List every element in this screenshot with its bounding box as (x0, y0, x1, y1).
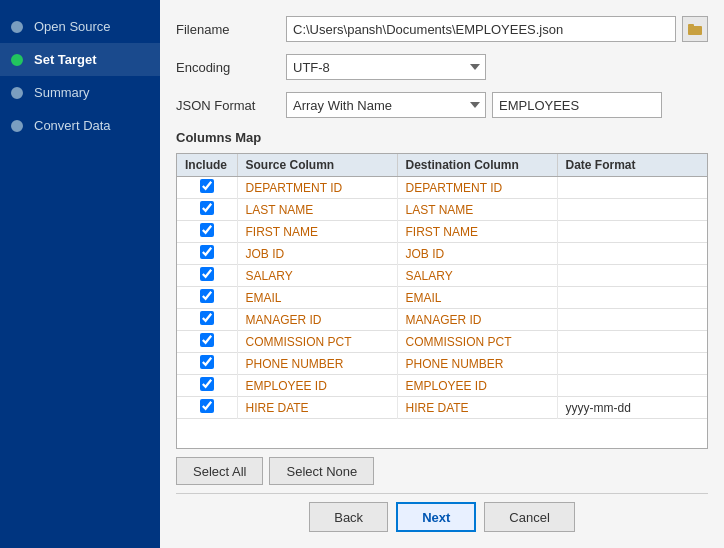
table-row: PHONE NUMBERPHONE NUMBER (177, 353, 707, 375)
include-checkbox-3[interactable] (200, 245, 214, 259)
select-none-button[interactable]: Select None (269, 457, 374, 485)
json-format-label: JSON Format (176, 98, 286, 113)
include-checkbox-8[interactable] (200, 355, 214, 369)
json-format-select[interactable]: Array With Name Array Object (286, 92, 486, 118)
sidebar-label-convert-data: Convert Data (34, 118, 111, 133)
table-row: JOB IDJOB ID (177, 243, 707, 265)
source-col-4: SALARY (237, 265, 397, 287)
back-button[interactable]: Back (309, 502, 388, 532)
include-checkbox-5[interactable] (200, 289, 214, 303)
sidebar-item-open-source[interactable]: Open Source (0, 10, 160, 43)
columns-map-table-wrapper: Include Source Column Destination Column… (176, 153, 708, 449)
date-format-col-5 (557, 287, 707, 309)
date-format-col-4 (557, 265, 707, 287)
date-format-col-6 (557, 309, 707, 331)
step-connector-set-target (8, 54, 26, 66)
filename-control-group (286, 16, 708, 42)
json-format-row: JSON Format Array With Name Array Object (176, 92, 708, 118)
source-col-1: LAST NAME (237, 199, 397, 221)
dest-col-2: FIRST NAME (397, 221, 557, 243)
source-col-6: MANAGER ID (237, 309, 397, 331)
next-button[interactable]: Next (396, 502, 476, 532)
date-format-col-0 (557, 177, 707, 199)
date-format-col-3 (557, 243, 707, 265)
table-row: LAST NAMELAST NAME (177, 199, 707, 221)
table-row: FIRST NAMEFIRST NAME (177, 221, 707, 243)
nav-buttons-row: Back Next Cancel (176, 493, 708, 532)
dest-col-10: HIRE DATE (397, 397, 557, 419)
col-header-include: Include (177, 154, 237, 177)
dest-col-5: EMAIL (397, 287, 557, 309)
sidebar-label-open-source: Open Source (34, 19, 111, 34)
table-row: HIRE DATEHIRE DATEyyyy-mm-dd (177, 397, 707, 419)
svg-rect-1 (688, 24, 694, 27)
sidebar-label-set-target: Set Target (34, 52, 97, 67)
include-checkbox-0[interactable] (200, 179, 214, 193)
date-format-col-2 (557, 221, 707, 243)
source-col-0: DEPARTMENT ID (237, 177, 397, 199)
include-checkbox-2[interactable] (200, 223, 214, 237)
filename-input[interactable] (286, 16, 676, 42)
encoding-row: Encoding UTF-8 UTF-16 ISO-8859-1 (176, 54, 708, 80)
sidebar-item-convert-data[interactable]: Convert Data (0, 109, 160, 142)
table-body: DEPARTMENT IDDEPARTMENT IDLAST NAMELAST … (177, 177, 707, 419)
table-row: MANAGER IDMANAGER ID (177, 309, 707, 331)
source-col-9: EMPLOYEE ID (237, 375, 397, 397)
step-dot-summary (11, 87, 23, 99)
step-connector-summary (8, 87, 26, 99)
date-format-col-9 (557, 375, 707, 397)
table-row: DEPARTMENT IDDEPARTMENT ID (177, 177, 707, 199)
step-connector-convert-data (8, 120, 26, 132)
date-format-col-8 (557, 353, 707, 375)
date-format-col-1 (557, 199, 707, 221)
sidebar-item-summary[interactable]: Summary (0, 76, 160, 109)
filename-label: Filename (176, 22, 286, 37)
table-row: EMPLOYEE IDEMPLOYEE ID (177, 375, 707, 397)
source-col-3: JOB ID (237, 243, 397, 265)
col-header-date: Date Format (557, 154, 707, 177)
include-checkbox-9[interactable] (200, 377, 214, 391)
source-col-7: COMMISSION PCT (237, 331, 397, 353)
folder-icon (688, 23, 702, 35)
include-checkbox-6[interactable] (200, 311, 214, 325)
columns-map-table: Include Source Column Destination Column… (177, 154, 707, 419)
step-dot-convert-data (11, 120, 23, 132)
dest-col-3: JOB ID (397, 243, 557, 265)
dest-col-8: PHONE NUMBER (397, 353, 557, 375)
select-buttons-row: Select All Select None (176, 457, 708, 485)
dest-col-0: DEPARTMENT ID (397, 177, 557, 199)
encoding-label: Encoding (176, 60, 286, 75)
include-checkbox-1[interactable] (200, 201, 214, 215)
table-row: SALARYSALARY (177, 265, 707, 287)
date-format-col-10: yyyy-mm-dd (557, 397, 707, 419)
include-checkbox-7[interactable] (200, 333, 214, 347)
filename-row: Filename (176, 16, 708, 42)
table-header-row: Include Source Column Destination Column… (177, 154, 707, 177)
cancel-button[interactable]: Cancel (484, 502, 574, 532)
step-dot-set-target (11, 54, 23, 66)
include-checkbox-4[interactable] (200, 267, 214, 281)
dest-col-1: LAST NAME (397, 199, 557, 221)
source-col-2: FIRST NAME (237, 221, 397, 243)
dest-col-7: COMMISSION PCT (397, 331, 557, 353)
svg-rect-0 (688, 26, 702, 35)
dest-col-4: SALARY (397, 265, 557, 287)
source-col-10: HIRE DATE (237, 397, 397, 419)
encoding-select[interactable]: UTF-8 UTF-16 ISO-8859-1 (286, 54, 486, 80)
sidebar-label-summary: Summary (34, 85, 90, 100)
col-header-source: Source Column (237, 154, 397, 177)
step-dot-open-source (11, 21, 23, 33)
sidebar: Open Source Set Target Summary Convert D… (0, 0, 160, 548)
date-format-col-7 (557, 331, 707, 353)
sidebar-item-set-target[interactable]: Set Target (0, 43, 160, 76)
dest-col-9: EMPLOYEE ID (397, 375, 557, 397)
select-all-button[interactable]: Select All (176, 457, 263, 485)
array-name-input[interactable] (492, 92, 662, 118)
dest-col-6: MANAGER ID (397, 309, 557, 331)
step-connector-open-source (8, 21, 26, 33)
table-row: EMAILEMAIL (177, 287, 707, 309)
browse-button[interactable] (682, 16, 708, 42)
include-checkbox-10[interactable] (200, 399, 214, 413)
columns-map-title: Columns Map (176, 130, 708, 145)
table-row: COMMISSION PCTCOMMISSION PCT (177, 331, 707, 353)
